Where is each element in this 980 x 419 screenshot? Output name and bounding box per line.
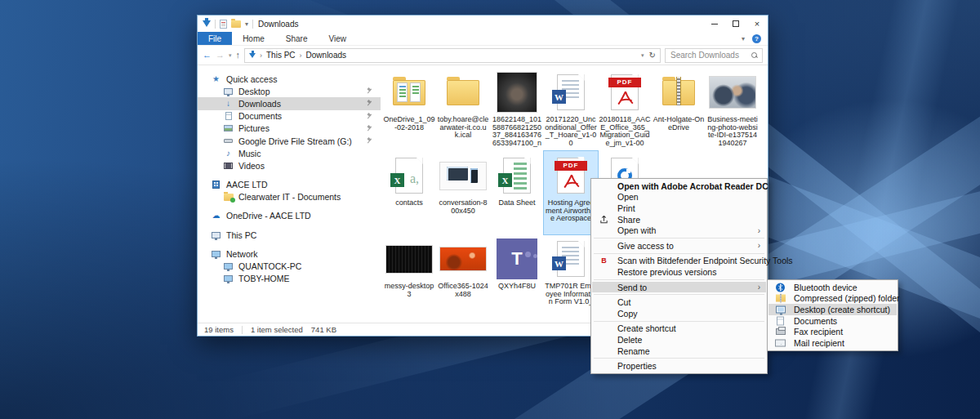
sidebar-item-music[interactable]: ♪Music bbox=[198, 147, 381, 159]
menu-item-rename[interactable]: Rename bbox=[592, 345, 766, 357]
document-icon bbox=[225, 112, 232, 120]
this-pc-icon bbox=[212, 232, 220, 238]
menu-item-scan-bitdefender[interactable]: BScan with Bitdefender Endpoint Security… bbox=[592, 256, 766, 267]
help-button[interactable]: ? bbox=[752, 34, 761, 43]
tab-view[interactable]: View bbox=[318, 32, 358, 45]
divider bbox=[252, 20, 253, 29]
file-item[interactable]: a,Xcontacts bbox=[382, 151, 436, 234]
tab-share[interactable]: Share bbox=[275, 32, 318, 45]
menu-item-create-shortcut[interactable]: Create shortcut bbox=[592, 323, 766, 335]
menu-item-delete[interactable]: Delete bbox=[592, 334, 766, 345]
navigation-pane: ★Quick access Desktop ↓Downloads Documen… bbox=[198, 65, 381, 323]
submenu-item-compressed-folder[interactable]: Compressed (zipped) folder bbox=[768, 293, 897, 305]
submenu-item-documents[interactable]: Documents bbox=[768, 315, 897, 327]
file-item[interactable]: Business-meeting-photo-website-IDI-e1375… bbox=[706, 68, 760, 151]
folder-with-files-icon bbox=[393, 80, 425, 105]
sidebar-item-quantock-pc[interactable]: QUANTOCK-PC bbox=[198, 260, 381, 272]
menu-item-open[interactable]: Open bbox=[592, 192, 766, 203]
sidebar-item-toby-home[interactable]: TOBY-HOME bbox=[198, 273, 381, 285]
customize-toolbar-chevron-icon[interactable]: ▾ bbox=[245, 20, 248, 28]
menu-item-give-access-to[interactable]: Give access to› bbox=[592, 240, 766, 252]
file-item[interactable]: Office365-1024x488 bbox=[436, 234, 490, 318]
file-label: Business-meeting-photo-website-IDI-e1375… bbox=[706, 115, 760, 147]
back-button[interactable]: ← bbox=[203, 51, 212, 60]
sidebar-item-downloads[interactable]: ↓Downloads bbox=[198, 97, 381, 109]
tab-file[interactable]: File bbox=[198, 32, 232, 45]
menu-item-restore-previous-versions[interactable]: Restore previous versions bbox=[592, 266, 766, 278]
new-folder-icon[interactable] bbox=[231, 20, 241, 28]
pin-icon bbox=[367, 100, 372, 106]
ribbon-tab-bar: File Home Share View ▾ ? bbox=[198, 32, 768, 46]
organization-icon bbox=[212, 181, 220, 189]
search-placeholder: Search Downloads bbox=[670, 51, 739, 60]
downloads-folder-icon bbox=[203, 20, 211, 27]
file-item[interactable]: OneDrive_1_09-02-2018 bbox=[382, 68, 436, 151]
recent-locations-chevron-icon[interactable]: ▾ bbox=[229, 52, 232, 58]
breadcrumb-separator-icon: › bbox=[260, 51, 262, 60]
properties-icon[interactable] bbox=[220, 20, 227, 29]
submenu-item-fax-recipient[interactable]: Fax recipient bbox=[768, 326, 897, 337]
file-item[interactable]: Ant-Holgate-OneDrive bbox=[652, 68, 706, 151]
menu-item-cut[interactable]: Cut bbox=[592, 296, 766, 308]
zipped-folder-icon bbox=[776, 295, 786, 302]
file-item[interactable]: 18622148_10158876682125037_8841634766533… bbox=[490, 68, 544, 151]
sidebar-item-quick-access[interactable]: ★Quick access bbox=[198, 73, 381, 85]
photo-thumbnail bbox=[440, 163, 486, 189]
menu-item-copy[interactable]: Copy bbox=[592, 308, 766, 319]
menu-item-open-with[interactable]: Open with› bbox=[592, 225, 766, 236]
close-button[interactable]: × bbox=[746, 16, 768, 32]
menu-item-properties[interactable]: Properties bbox=[592, 360, 766, 372]
address-bar[interactable]: › This PC › Downloads ▾ ↻ bbox=[244, 48, 661, 63]
send-to-submenu: Bluetooth device Compressed (zipped) fol… bbox=[767, 279, 898, 351]
sidebar-item-desktop[interactable]: Desktop bbox=[198, 85, 381, 97]
network-icon bbox=[212, 251, 220, 257]
tab-home[interactable]: Home bbox=[232, 32, 275, 45]
computer-icon bbox=[224, 275, 233, 282]
expand-ribbon-chevron-icon[interactable]: ▾ bbox=[742, 35, 745, 42]
sidebar-item-videos[interactable]: Videos bbox=[198, 159, 381, 172]
refresh-icon[interactable]: ↻ bbox=[649, 51, 656, 60]
pdf-document-icon: PDF bbox=[557, 158, 585, 194]
file-item[interactable]: PDF20180118_AACE_Office_365_Migration_Gu… bbox=[598, 68, 652, 151]
menu-item-open-with-acrobat[interactable]: Open with Adobe Acrobat Reader DC bbox=[592, 181, 766, 192]
breadcrumb-this-pc[interactable]: This PC bbox=[266, 51, 296, 60]
search-icon[interactable] bbox=[751, 52, 757, 58]
menu-item-share[interactable]: Share bbox=[592, 214, 766, 225]
submenu-item-mail-recipient[interactable]: Mail recipient bbox=[768, 337, 897, 349]
sidebar-item-documents[interactable]: Documents bbox=[198, 110, 381, 123]
breadcrumb-downloads[interactable]: Downloads bbox=[306, 51, 346, 60]
title-bar[interactable]: ▾ Downloads × bbox=[198, 16, 768, 32]
file-item[interactable]: TQXYh4F8U bbox=[490, 234, 544, 318]
file-label: Data Sheet bbox=[497, 198, 536, 207]
menu-item-send-to[interactable]: Send to› bbox=[592, 282, 766, 293]
file-item[interactable]: conversation-800x450 bbox=[436, 151, 490, 234]
submenu-item-bluetooth-device[interactable]: Bluetooth device bbox=[768, 282, 897, 293]
file-item[interactable]: toby.hoare@clearwater-it.co.uk.ical bbox=[436, 68, 490, 151]
documents-icon bbox=[777, 316, 784, 325]
sidebar-item-aace-ltd[interactable]: AACE LTD bbox=[198, 179, 381, 191]
sidebar-item-google-drive[interactable]: Google Drive File Stream (G:) bbox=[198, 135, 381, 147]
submenu-item-desktop-create-shortcut[interactable]: Desktop (create shortcut) bbox=[768, 304, 897, 315]
forward-button[interactable]: → bbox=[216, 51, 225, 60]
menu-item-print[interactable]: Print bbox=[592, 203, 766, 214]
music-icon: ♪ bbox=[223, 149, 234, 158]
file-item[interactable]: messy-desktop3 bbox=[382, 234, 436, 318]
onedrive-cloud-icon: ☁ bbox=[211, 212, 221, 220]
bluetooth-icon bbox=[776, 283, 785, 292]
pictures-icon bbox=[224, 125, 233, 131]
search-box[interactable]: Search Downloads bbox=[665, 48, 763, 63]
maximize-button[interactable] bbox=[725, 16, 746, 32]
word-document-icon: W bbox=[557, 74, 585, 110]
sidebar-item-this-pc[interactable]: This PC bbox=[198, 229, 381, 241]
file-item[interactable]: XData Sheet bbox=[490, 151, 544, 234]
file-label: 18622148_10158876682125037_8841634766533… bbox=[490, 115, 544, 147]
sidebar-item-clearwater-documents[interactable]: Clearwater IT - Documents bbox=[198, 191, 381, 203]
sidebar-item-onedrive[interactable]: ☁OneDrive - AACE LTD bbox=[198, 210, 381, 222]
address-dropdown-chevron-icon[interactable]: ▾ bbox=[641, 52, 644, 59]
minimize-button[interactable] bbox=[704, 16, 725, 32]
up-button[interactable]: ↑ bbox=[236, 51, 241, 60]
sidebar-item-pictures[interactable]: Pictures bbox=[198, 123, 381, 135]
file-item[interactable]: W20171220_Unconditional_Offer_T_Hoare_v1… bbox=[544, 68, 598, 151]
fax-icon bbox=[776, 328, 786, 335]
sidebar-item-network[interactable]: Network bbox=[198, 247, 381, 260]
